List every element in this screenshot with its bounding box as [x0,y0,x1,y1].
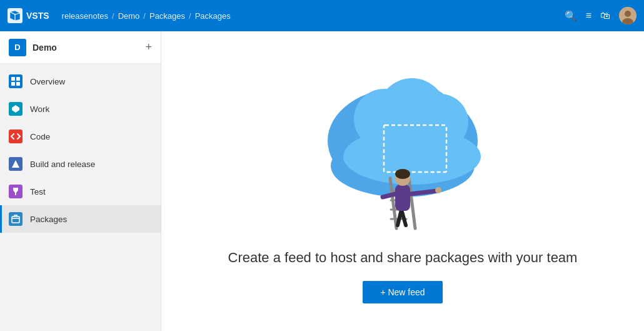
svg-rect-4 [11,77,15,81]
project-name: Demo [33,43,139,53]
svg-rect-29 [395,185,410,211]
svg-line-34 [383,194,395,197]
sidebar-item-label: Overview [30,77,65,86]
sidebar-header: D Demo + [0,31,161,64]
bag-icon[interactable]: 🛍 [600,10,610,21]
sidebar-item-label: Code [30,132,50,141]
breadcrumb-item-2[interactable]: Demo [118,11,140,21]
sidebar-item-label: Build and release [30,160,95,169]
breadcrumb-item-4[interactable]: Packages [195,11,231,21]
breadcrumb-item-1[interactable]: releasenotes [62,11,108,21]
main-content: Create a feed to host and share packages… [161,31,644,331]
svg-point-31 [395,169,410,179]
sidebar-item-label: Test [30,187,46,196]
main-layout: D Demo + Overview [0,31,644,331]
main-title: Create a feed to host and share packages… [228,250,578,266]
top-navigation: VSTS releasenotes / Demo / Packages / Pa… [0,0,644,31]
app-logo[interactable]: VSTS [8,8,49,23]
sidebar-item-work[interactable]: Work [0,95,161,123]
build-icon [9,157,23,171]
packages-illustration [303,59,503,235]
svg-point-2 [625,11,631,17]
sidebar-item-code[interactable]: Code [0,123,161,150]
top-nav-icons: 🔍 ≡ 🛍 [565,7,636,24]
sidebar: D Demo + Overview [0,31,161,331]
sidebar-item-label: Work [30,104,49,114]
svg-rect-6 [11,82,15,86]
overview-icon [9,74,23,88]
sidebar-nav: Overview Work Code [0,64,161,237]
user-avatar[interactable] [619,7,636,24]
project-avatar: D [9,39,26,56]
svg-rect-8 [12,216,19,223]
search-icon[interactable]: 🔍 [565,10,577,22]
test-icon [9,185,23,198]
svg-rect-5 [16,77,20,81]
sidebar-item-overview[interactable]: Overview [0,68,161,95]
sidebar-item-label: Packages [30,215,67,224]
new-feed-button[interactable]: + New feed [363,281,442,303]
sidebar-item-test[interactable]: Test [0,178,161,205]
svg-point-33 [435,187,441,193]
svg-line-28 [401,210,406,225]
app-name: VSTS [26,11,49,21]
svg-point-19 [343,128,481,185]
work-icon [9,102,23,116]
breadcrumb: releasenotes / Demo / Packages / Package… [62,11,565,21]
packages-icon [9,212,23,226]
add-project-icon[interactable]: + [145,41,152,54]
svg-rect-7 [16,82,20,86]
svg-line-32 [410,191,437,194]
sidebar-item-build[interactable]: Build and release [0,150,161,178]
menu-icon[interactable]: ≡ [586,10,591,21]
sidebar-item-packages[interactable]: Packages [0,205,161,233]
breadcrumb-item-3[interactable]: Packages [149,11,185,21]
code-icon [9,130,23,143]
